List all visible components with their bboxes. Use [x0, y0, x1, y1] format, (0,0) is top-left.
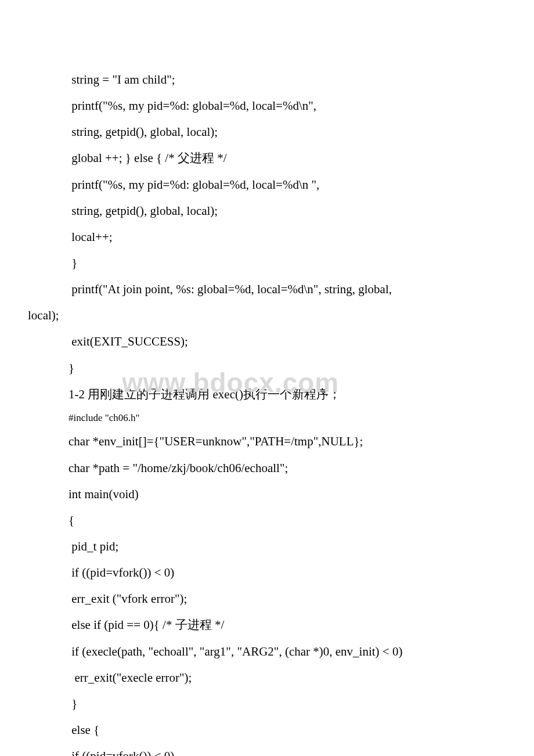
code-line: pid_t pid; [68, 534, 499, 560]
code-line: } [68, 355, 499, 381]
code-line: err_exit ("vfork error"); [68, 586, 499, 612]
code-line: else { [68, 717, 499, 743]
code-line: { [68, 507, 499, 534]
code-line: printf("%s, my pid=%d: global=%d, local=… [68, 172, 499, 198]
code-line: char *env_init[]={"USER=unknow","PATH=/t… [68, 429, 499, 455]
code-line: exit(EXIT_SUCCESS); [68, 329, 499, 355]
code-line: #include "ch06.h" [68, 408, 499, 429]
code-line: int main(void) [68, 481, 499, 507]
code-line: else if (pid == 0){ /* 子进程 */ [68, 612, 499, 638]
code-line: if (execle(path, "echoall", "arg1", "ARG… [68, 639, 499, 665]
code-line: char *path = "/home/zkj/book/ch06/echoal… [68, 455, 499, 481]
code-line: err_exit("execle error"); [68, 665, 499, 691]
code-line: printf("At join point, %s: global=%d, lo… [68, 276, 499, 303]
code-line: printf("%s, my pid=%d: global=%d, local=… [68, 93, 499, 119]
code-line: 1-2 用刚建立的子进程调用 exec()执行一个新程序； [68, 381, 499, 408]
code-line: string = "I am child"; [68, 67, 499, 93]
code-line: global ++; } else { /* 父进程 */ [68, 145, 499, 171]
code-line: if ((pid=vfork()) < 0) [68, 743, 499, 756]
code-line: } [68, 250, 499, 276]
code-line: local++; [68, 224, 499, 250]
code-line: string, getpid(), global, local); [68, 198, 499, 224]
code-line: string, getpid(), global, local); [68, 119, 499, 145]
code-line: if ((pid=vfork()) < 0) [68, 560, 499, 586]
code-line: local); [28, 303, 499, 329]
code-line: } [68, 691, 499, 717]
